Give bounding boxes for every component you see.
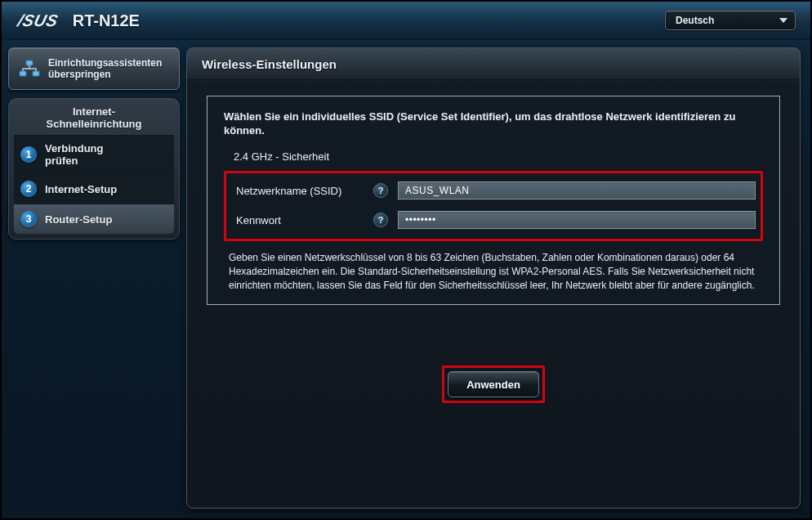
help-icon[interactable]: ? xyxy=(373,183,388,198)
main-panel: Wireless-Einstellungen Wählen Sie ein in… xyxy=(186,47,801,509)
step-check-connection[interactable]: 1 Verbindungprüfen xyxy=(14,135,174,173)
ssid-input[interactable] xyxy=(398,182,756,199)
steps-title: Internet-Schnelleinrichtung xyxy=(14,105,174,130)
main-title: Wireless-Einstellungen xyxy=(187,48,800,80)
highlighted-apply-area: Anwenden xyxy=(442,365,545,403)
step-label: Router-Setup xyxy=(45,213,112,226)
router-admin-page: /SUS RT-N12E Deutsch Einrichtungsassiste… xyxy=(0,0,812,520)
instruction-text: Wählen Sie ein individuelles SSID (Servi… xyxy=(224,110,763,137)
password-label: Kennwort xyxy=(231,214,373,226)
step-number-badge: 2 xyxy=(20,181,37,197)
skip-wizard-button[interactable]: Einrichtungsassistenten überspringen xyxy=(8,47,180,90)
svg-marker-0 xyxy=(779,18,787,23)
settings-panel: Wählen Sie ein individuelles SSID (Servi… xyxy=(207,96,780,305)
language-select[interactable]: Deutsch xyxy=(665,11,796,30)
header-bar: /SUS RT-N12E Deutsch xyxy=(2,2,810,40)
help-icon[interactable]: ? xyxy=(373,213,388,227)
model-name: RT-N12E xyxy=(73,11,140,30)
step-label: Internet-Setup xyxy=(45,183,117,195)
step-number-badge: 1 xyxy=(20,146,37,163)
password-row: Kennwort ? xyxy=(231,206,756,234)
apply-button-label: Anwenden xyxy=(466,379,520,391)
sidebar: Einrichtungsassistenten überspringen Int… xyxy=(8,47,180,240)
password-input[interactable] xyxy=(398,211,756,229)
svg-rect-2 xyxy=(20,71,26,76)
step-router-setup[interactable]: 3 Router-Setup xyxy=(14,204,174,234)
network-icon xyxy=(17,59,42,78)
brand-logo: /SUS xyxy=(16,11,60,30)
band-security-label: 2.4 GHz - Sicherheit xyxy=(234,150,763,163)
highlighted-form-area: Netzwerkname (SSID) ? Kennwort ? xyxy=(224,171,763,241)
chevron-down-icon xyxy=(779,16,788,25)
svg-rect-1 xyxy=(26,61,33,65)
password-hint-text: Geben Sie einen Netzwerkschlüssel von 8 … xyxy=(224,251,763,293)
step-number-badge: 3 xyxy=(20,211,37,227)
ssid-label: Netzwerkname (SSID) xyxy=(231,185,373,197)
skip-wizard-label: Einrichtungsassistenten überspringen xyxy=(48,57,171,80)
step-label: Verbindungprüfen xyxy=(45,142,104,167)
language-select-label: Deutsch xyxy=(676,15,714,26)
ssid-row: Netzwerkname (SSID) ? xyxy=(231,177,756,204)
steps-panel: Internet-Schnelleinrichtung 1 Verbindung… xyxy=(8,98,180,240)
apply-button[interactable]: Anwenden xyxy=(448,371,539,397)
step-internet-setup[interactable]: 2 Internet-Setup xyxy=(14,173,174,204)
svg-rect-3 xyxy=(33,71,39,76)
